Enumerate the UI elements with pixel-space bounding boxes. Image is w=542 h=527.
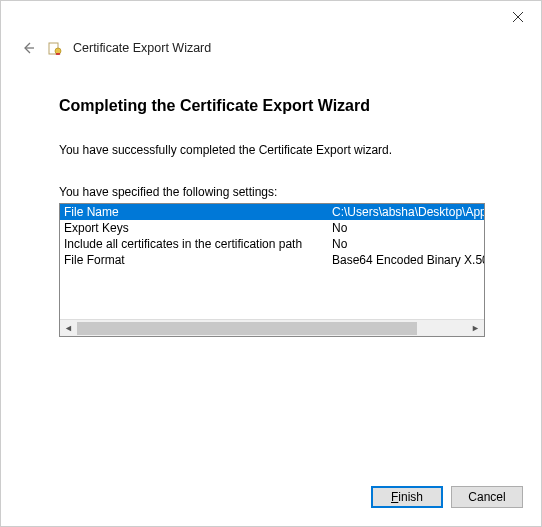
setting-value: No xyxy=(332,236,484,252)
settings-listbox: File NameC:\Users\absha\Desktop\AppGWAut… xyxy=(59,203,485,337)
scroll-track[interactable] xyxy=(77,320,467,336)
back-arrow-icon[interactable] xyxy=(19,39,37,57)
setting-value: C:\Users\absha\Desktop\AppGWAuthe xyxy=(332,204,484,220)
wizard-header: Certificate Export Wizard xyxy=(1,33,541,67)
setting-name: Include all certificates in the certific… xyxy=(64,236,332,252)
scroll-thumb[interactable] xyxy=(77,322,417,335)
success-message: You have successfully completed the Cert… xyxy=(59,143,483,157)
wizard-title: Certificate Export Wizard xyxy=(73,41,211,55)
setting-value: No xyxy=(332,220,484,236)
settings-row[interactable]: Export KeysNo xyxy=(60,220,484,236)
setting-value: Base64 Encoded Binary X.509 (*.cer) xyxy=(332,252,484,268)
close-icon[interactable] xyxy=(503,7,533,27)
cancel-button[interactable]: Cancel xyxy=(451,486,523,508)
certificate-icon xyxy=(47,40,63,56)
page-heading: Completing the Certificate Export Wizard xyxy=(59,97,483,115)
settings-row[interactable]: Include all certificates in the certific… xyxy=(60,236,484,252)
setting-name: File Format xyxy=(64,252,332,268)
settings-label: You have specified the following setting… xyxy=(59,185,483,199)
horizontal-scrollbar[interactable]: ◄ ► xyxy=(60,319,484,336)
scroll-right-icon[interactable]: ► xyxy=(467,320,484,337)
settings-row[interactable]: File FormatBase64 Encoded Binary X.509 (… xyxy=(60,252,484,268)
settings-row[interactable]: File NameC:\Users\absha\Desktop\AppGWAut… xyxy=(60,204,484,220)
setting-name: Export Keys xyxy=(64,220,332,236)
finish-button[interactable]: Finish xyxy=(371,486,443,508)
scroll-left-icon[interactable]: ◄ xyxy=(60,320,77,337)
setting-name: File Name xyxy=(64,204,332,220)
